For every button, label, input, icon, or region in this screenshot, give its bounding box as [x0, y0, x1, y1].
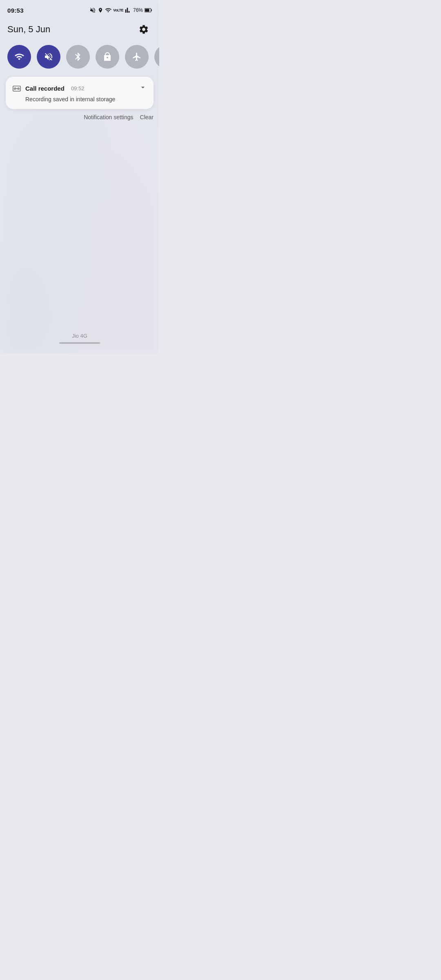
status-icons-group: VoLTE 76% — [89, 7, 152, 13]
wifi-status-icon — [105, 7, 111, 13]
battery-icon — [145, 8, 152, 13]
notification-card: Call recorded 09:52 Recording saved in i… — [6, 77, 154, 109]
bottom-spacer — [0, 120, 159, 354]
notification-expand-button[interactable] — [139, 83, 147, 94]
battery-percentage: 76% — [133, 7, 143, 13]
bluetooth-toggle[interactable] — [66, 45, 90, 69]
airplane-toggle-icon — [132, 52, 142, 62]
notification-header: Call recorded 09:52 — [12, 83, 147, 94]
date-row: Sun, 5 Jun — [0, 18, 159, 43]
chevron-down-icon — [139, 83, 147, 91]
bluetooth-toggle-icon — [73, 52, 83, 62]
volte-icon: VoLTE — [113, 8, 123, 12]
home-indicator[interactable] — [59, 342, 100, 344]
screen-lock-toggle[interactable] — [96, 45, 119, 69]
current-date: Sun, 5 Jun — [7, 24, 50, 35]
notification-clear-button[interactable]: Clear — [140, 114, 154, 120]
lock-toggle-icon — [102, 52, 112, 62]
signal-icon — [125, 7, 131, 13]
status-bar: 09:53 VoLTE 76% — [0, 0, 159, 18]
notification-time: 09:52 — [71, 85, 85, 91]
notification-settings-button[interactable]: Notification settings — [84, 114, 133, 120]
volume-mute-icon — [89, 7, 96, 13]
call-recorder-icon — [12, 84, 21, 93]
notification-app-icon — [12, 84, 21, 93]
svg-point-7 — [15, 88, 16, 89]
settings-button[interactable] — [136, 21, 152, 38]
carrier-name: Jio 4G — [72, 333, 87, 339]
notification-shade: 09:53 VoLTE 76% Sun, 5 Jun — [0, 0, 159, 354]
quick-toggles-row — [0, 43, 159, 77]
location-icon — [98, 7, 103, 13]
svg-point-8 — [18, 88, 19, 89]
notification-header-left: Call recorded 09:52 — [12, 84, 84, 93]
wifi-toggle[interactable] — [7, 45, 31, 69]
mute-toggle[interactable] — [37, 45, 60, 69]
notification-actions-row: Notification settings Clear — [6, 114, 154, 120]
notification-body: Recording saved in internal storage — [25, 96, 147, 102]
svg-rect-1 — [151, 9, 152, 11]
mute-toggle-icon — [44, 52, 53, 62]
notification-title: Call recorded — [25, 85, 65, 92]
status-time: 09:53 — [7, 7, 24, 14]
airplane-toggle[interactable] — [125, 45, 149, 69]
svg-rect-2 — [145, 9, 149, 12]
carrier-bar: Jio 4G — [0, 333, 159, 344]
settings-icon — [138, 24, 149, 35]
torch-toggle[interactable] — [154, 45, 159, 69]
wifi-toggle-icon — [14, 52, 24, 62]
